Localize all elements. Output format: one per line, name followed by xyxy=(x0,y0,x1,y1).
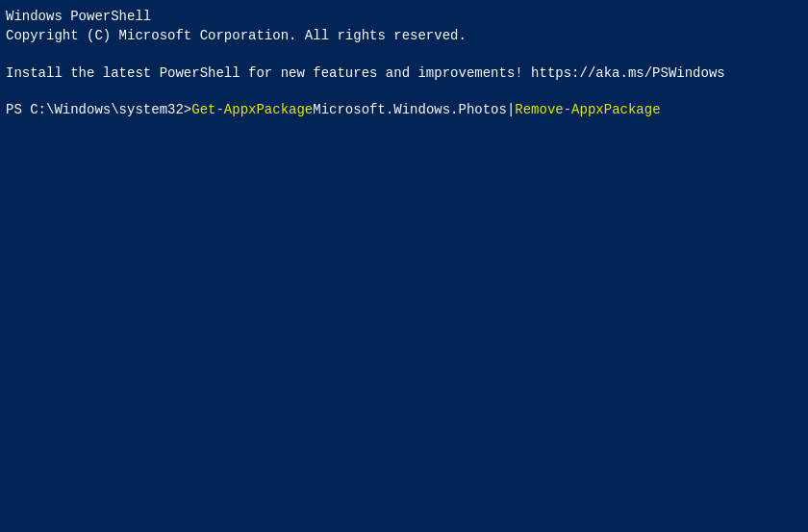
line-title: Windows PowerShell xyxy=(6,8,802,27)
cmd-package-name: Microsoft.Windows.Photos xyxy=(313,102,507,117)
cmd-pipe: | xyxy=(507,102,515,117)
command-line: PS C:\Windows\system32> Get-AppxPackage … xyxy=(6,102,802,117)
line-install: Install the latest PowerShell for new fe… xyxy=(6,64,802,84)
line-blank2 xyxy=(6,83,802,102)
prompt-text: PS C:\Windows\system32> xyxy=(6,102,191,117)
line-copyright: Copyright (C) Microsoft Corporation. All… xyxy=(6,27,802,46)
line-blank1 xyxy=(6,45,802,64)
powershell-terminal[interactable]: Windows PowerShell Copyright (C) Microso… xyxy=(0,0,808,532)
cmd-remove-appxpackage: Remove-AppxPackage xyxy=(515,102,660,117)
cmd-get-appxpackage: Get-AppxPackage xyxy=(191,102,313,117)
